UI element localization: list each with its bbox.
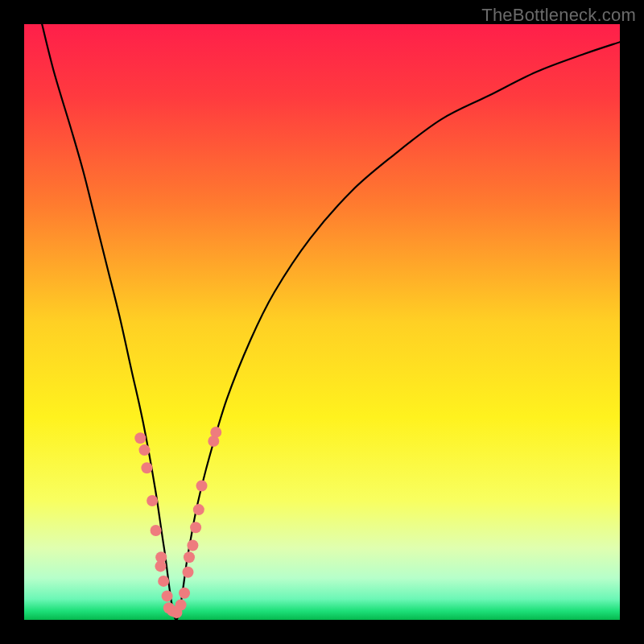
gradient-background [24,24,620,620]
sample-point [155,551,167,563]
sample-point [162,590,173,601]
sample-point [190,522,201,533]
sample-point [158,576,169,587]
sample-point [138,444,150,456]
sample-point [151,525,162,536]
sample-point [179,588,190,599]
sample-point [147,495,158,506]
sample-point [210,427,221,438]
sample-point [141,462,152,473]
sample-point [134,432,146,444]
sample-point [184,551,195,563]
plot-area [24,24,620,620]
chart-svg [24,24,620,620]
sample-point [187,540,198,551]
sample-point [196,481,208,492]
watermark-text: TheBottleneck.com [481,5,636,26]
sample-point [193,504,204,515]
chart-frame: TheBottleneck.com [0,0,644,644]
sample-point [175,600,187,611]
sample-point [183,567,194,578]
